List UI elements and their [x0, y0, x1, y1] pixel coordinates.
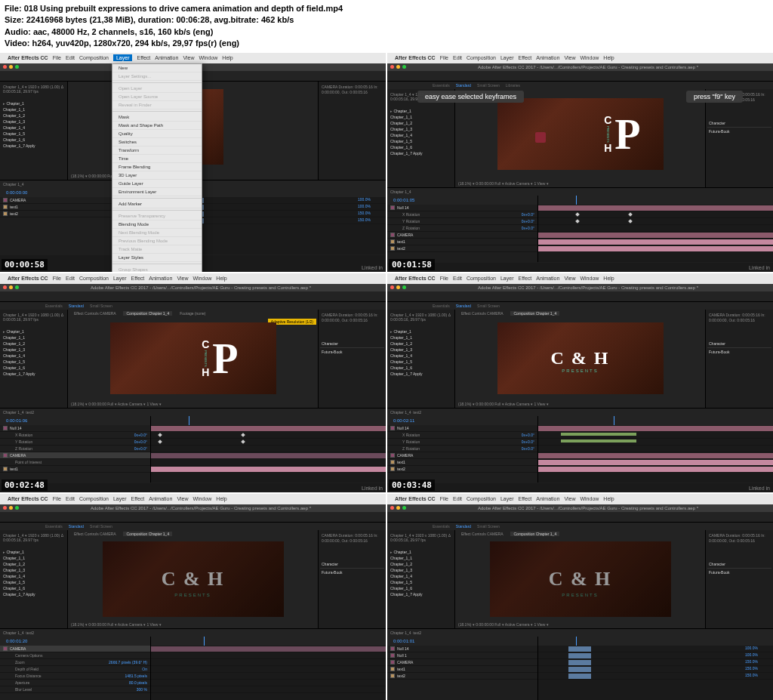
- project-panel[interactable]: Chapter 1_4 ▾ 1920 x 1080 (1.00) Δ 0:00:…: [387, 530, 455, 628]
- menu-add-marker[interactable]: Add Marker: [112, 200, 202, 208]
- proj-item[interactable]: Chapter_1_7 Apply: [2, 143, 66, 149]
- menu-time[interactable]: Time: [112, 155, 202, 163]
- menu-mask[interactable]: Mask: [112, 113, 202, 122]
- linkedin-watermark: Linked in: [362, 265, 383, 270]
- menu-blend-mode[interactable]: Blending Mode: [112, 220, 202, 229]
- menu-quality[interactable]: Quality: [112, 130, 202, 138]
- proj-item[interactable]: Chapter_1_3: [2, 119, 66, 125]
- project-panel[interactable]: Chapter 1_4 ▾ 1920 x 1080 (1.00) Δ 0:00:…: [0, 82, 68, 180]
- tooltip-f9: press "f9" key: [686, 91, 743, 103]
- menu-switches[interactable]: Switches: [112, 138, 202, 146]
- thumbnail-6: After Effects CC FileEditCompositionLaye…: [387, 494, 773, 700]
- prop-xrot[interactable]: X Rotation0x+0.0°: [387, 211, 537, 218]
- menu-mask-shape[interactable]: Mask and Shape Path: [112, 122, 202, 130]
- timestamp: 00:02:48: [2, 480, 48, 491]
- tooltip-ease: easy ease selected keyframes: [417, 91, 524, 103]
- layer-text2[interactable]: text2: [387, 245, 537, 252]
- layer-camera-sel[interactable]: CAMERA: [0, 452, 150, 459]
- layer-dropdown[interactable]: New Layer Settings... Open Layer Open La…: [112, 63, 202, 272]
- menu-layer[interactable]: Layer: [113, 54, 133, 61]
- proj-item[interactable]: Chapter_1_6: [2, 137, 66, 143]
- project-panel[interactable]: Chapter 1_4 ▾ 1920 x 1080 (1.00) Δ 0:00:…: [0, 310, 68, 408]
- video-line: Video: h264, yuv420p, 1280x720, 294 kb/s…: [5, 38, 768, 49]
- window-titlebar: Adobe After Effects CC 2017 - /Users/...…: [387, 63, 773, 71]
- app-name: After Effects CC: [8, 55, 48, 60]
- menu-edit[interactable]: Edit: [66, 55, 75, 60]
- macos-menubar[interactable]: After Effects CC File Edit Composition L…: [0, 53, 386, 63]
- proj-item[interactable]: Chapter_1: [2, 100, 66, 106]
- thumbnail-4: After Effects CC FileEditCompositionLaye…: [387, 273, 773, 492]
- macos-menubar[interactable]: After Effects CC FileEditCompositionLaye…: [0, 273, 386, 284]
- project-panel[interactable]: Chapter 1_4 ▾ 1920 x 1080 (1.00) Δ 0:00:…: [387, 310, 455, 408]
- tl-tab[interactable]: Chapter 1_4: [3, 182, 24, 187]
- layer-camera[interactable]: CAMERA: [387, 232, 537, 239]
- menu-view[interactable]: View: [183, 55, 194, 60]
- project-panel[interactable]: Chapter 1_4 ▾ 1920 x 1080 (1.00) Δ 0:00:…: [0, 530, 68, 628]
- thumbnail-grid: After Effects CC File Edit Composition L…: [0, 53, 773, 700]
- logo-ch: C & H: [549, 568, 612, 591]
- logo-ch: C & H: [551, 348, 610, 369]
- menu-env-layer[interactable]: Environment Layer: [112, 188, 202, 196]
- menu-effect[interactable]: Effect: [137, 55, 150, 60]
- thumbnail-5: After Effects CC FileEditCompositionLaye…: [0, 494, 386, 700]
- menu-open-layer: Open Layer: [112, 85, 202, 93]
- macos-menubar[interactable]: After Effects CC FileEditCompositionLaye…: [0, 494, 386, 504]
- menu-preserve-t: Preserve Transparency: [112, 212, 202, 220]
- menu-group: Group Shapes: [112, 266, 202, 272]
- prop-zrot[interactable]: Z Rotation0x+0.0°: [387, 225, 537, 232]
- macos-menubar[interactable]: After Effects CC FileEditCompositionLaye…: [387, 494, 773, 504]
- menu-next-blend: Next Blending Mode: [112, 229, 202, 237]
- thumbnail-3: After Effects CC FileEditCompositionLaye…: [0, 273, 386, 492]
- layer-null14[interactable]: Null 14: [0, 425, 150, 432]
- menu-layer-styles[interactable]: Layer Styles: [112, 254, 202, 262]
- macos-menubar[interactable]: After Effects CC FileEditCompositionLaye…: [387, 273, 773, 284]
- menu-animation[interactable]: Animation: [155, 55, 178, 60]
- file-line: File: 018 Using prebuilt expressions to …: [5, 3, 768, 14]
- menu-reveal-finder: Reveal in Finder: [112, 101, 202, 109]
- thumbnail-2: After Effects CC FileEditCompositionLaye…: [387, 53, 773, 272]
- comp-info: Chapter 1_4 ▾ 1920 x 1080 (1.00) Δ 0:00:…: [2, 83, 66, 96]
- menu-composition[interactable]: Composition: [79, 55, 109, 60]
- audio-line: Audio: aac, 48000 Hz, 2 channels, s16, 1…: [5, 26, 768, 38]
- ae-toolbar[interactable]: [387, 71, 773, 82]
- timeline-panel[interactable]: Chapter 1_4 text2 0:00:01:06 Null 14 X R…: [0, 408, 386, 483]
- menu-window[interactable]: Window: [199, 55, 217, 60]
- timecode[interactable]: 0:00:00:00: [3, 190, 30, 195]
- layer-info: CAMERA Duration: 0:00:05:16 In: 0:00:00:…: [320, 83, 384, 97]
- proj-item[interactable]: Chapter_1_5: [2, 131, 66, 137]
- menu-file[interactable]: File: [53, 55, 61, 60]
- layer-null14[interactable]: Null 14: [387, 205, 537, 211]
- timeline-panel[interactable]: Chapter 1_4 0:00:01:05 Null 14 X Rotatio…: [387, 187, 773, 263]
- proj-item[interactable]: Chapter_1_4: [2, 125, 66, 131]
- menu-track-matte: Track Matte: [112, 245, 202, 254]
- macos-menubar[interactable]: After Effects CC FileEditCompositionLaye…: [387, 53, 773, 63]
- timeline-panel[interactable]: Chapter 1_4 text2 0:00:01:20 CAMERA Came…: [0, 628, 386, 700]
- timestamp: 00:00:58: [2, 259, 48, 270]
- menu-prev-blend: Previous Blending Mode: [112, 237, 202, 245]
- menu-new[interactable]: New: [112, 64, 202, 72]
- project-panel[interactable]: Chapter 1_4 ▾ 1920 x 1080 (1.00) Δ 0:00:…: [387, 89, 455, 187]
- proj-item[interactable]: Chapter_1_1: [2, 106, 66, 113]
- layer-text1[interactable]: text1: [387, 239, 537, 245]
- timestamp: 00:01:58: [389, 259, 435, 270]
- size-line: Size: 22416968 bytes (21,38 MiB), durati…: [5, 14, 768, 26]
- logo-ch: C & H: [162, 568, 225, 591]
- menu-open-layer-source: Open Layer Source: [112, 93, 202, 101]
- menu-transform[interactable]: Transform: [112, 146, 202, 155]
- menu-3d-layer[interactable]: 3D Layer: [112, 171, 202, 180]
- file-info-header: File: 018 Using prebuilt expressions to …: [0, 0, 773, 53]
- menu-help[interactable]: Help: [222, 55, 233, 60]
- menu-guide-layer[interactable]: Guide Layer: [112, 180, 202, 188]
- proj-item[interactable]: Chapter_1_2: [2, 113, 66, 119]
- info-panel: CAMERA Duration: 0:00:05:16 In: 0:00:00:…: [318, 82, 386, 180]
- timestamp: 00:03:48: [389, 480, 435, 491]
- timeline-panel[interactable]: Chapter 1_4 text2 0:00:01:01 Null 14 Nul…: [387, 628, 773, 700]
- prop-yrot[interactable]: Y Rotation0x+0.0°: [387, 218, 537, 225]
- menu-layer-settings: Layer Settings...: [112, 72, 202, 81]
- timeline-panel[interactable]: Chapter 1_4 text2 0:00:02:11 Null 14 X R…: [387, 408, 773, 483]
- menu-frame-blending[interactable]: Frame Blending: [112, 163, 202, 171]
- thumbnail-1: After Effects CC File Edit Composition L…: [0, 53, 386, 272]
